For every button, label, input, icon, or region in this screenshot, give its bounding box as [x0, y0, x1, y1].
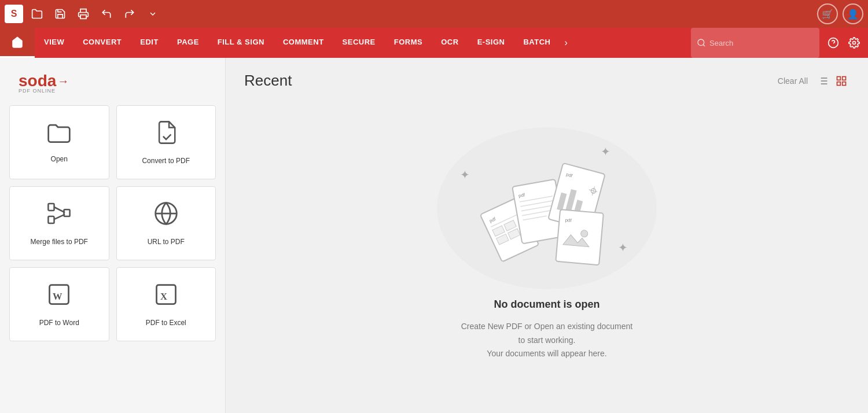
empty-blob: ✦ ✦ ✦ pdf — [437, 127, 657, 289]
nav-more-icon[interactable]: › — [560, 28, 572, 58]
convert-to-pdf-card[interactable]: Convert to PDF — [116, 105, 216, 179]
merge-files-label: Merge files to PDF — [31, 238, 88, 246]
print-icon[interactable] — [74, 5, 93, 23]
view-toggle — [815, 73, 849, 89]
sparkle-icon-1: ✦ — [601, 145, 610, 158]
empty-state-title: No document is open — [494, 298, 599, 311]
save-icon[interactable] — [51, 5, 69, 23]
toolbar-right: 🛒 👤 — [817, 3, 863, 24]
help-icon[interactable] — [824, 34, 843, 52]
home-nav-item[interactable] — [0, 28, 35, 58]
logo-arrow-icon: → — [57, 75, 69, 88]
svg-rect-47 — [556, 209, 604, 265]
open-label: Open — [51, 155, 68, 163]
sparkle-icon-2: ✦ — [460, 168, 470, 182]
search-icon — [697, 38, 706, 47]
svg-rect-21 — [837, 76, 841, 80]
sidebar-grid: Open Convert to PDF — [9, 105, 216, 341]
empty-state: ✦ ✦ ✦ pdf — [244, 104, 849, 385]
svg-point-1 — [698, 39, 704, 46]
cart-icon[interactable]: 🛒 — [817, 3, 838, 24]
url-to-pdf-card[interactable]: URL to PDF — [116, 186, 216, 260]
merge-files-card[interactable]: Merge files to PDF — [9, 186, 109, 260]
nav-item-esign[interactable]: E-SIGN — [468, 28, 514, 58]
home-icon — [11, 36, 24, 49]
user-icon[interactable]: 👤 — [843, 3, 863, 24]
open-file-icon[interactable] — [28, 5, 46, 23]
url-to-pdf-label: URL to PDF — [148, 238, 185, 246]
svg-text:W: W — [53, 291, 62, 302]
undo-icon[interactable] — [97, 5, 116, 23]
nav-item-batch[interactable]: BATCH — [514, 28, 560, 58]
nav-item-comment[interactable]: COMMENT — [274, 28, 333, 58]
open-card[interactable]: Open — [9, 105, 109, 179]
clear-all-button[interactable]: Clear All — [778, 76, 808, 86]
main-content: soda → PDF ONLINE Open — [0, 58, 868, 413]
svg-rect-0 — [80, 15, 86, 19]
svg-point-5 — [853, 42, 856, 45]
globe-icon — [153, 201, 179, 231]
redo-icon[interactable] — [120, 5, 139, 23]
nav-bar: VIEW CONVERT EDIT PAGE FILL & SIGN COMME… — [0, 28, 868, 58]
svg-rect-23 — [843, 82, 846, 85]
svg-rect-22 — [843, 76, 846, 80]
nav-item-view[interactable]: VIEW — [35, 28, 73, 58]
svg-text:X: X — [160, 291, 167, 302]
pdf-to-word-label: PDF to Word — [39, 319, 79, 327]
recent-actions: Clear All — [778, 73, 849, 89]
search-input[interactable] — [709, 39, 814, 47]
sparkle-icon-3: ✦ — [618, 241, 628, 255]
svg-point-49 — [580, 230, 588, 237]
nav-right-icons — [819, 28, 868, 58]
svg-line-2 — [703, 45, 705, 46]
empty-state-desc: Create New PDF or Open an existing docum… — [461, 320, 632, 361]
grid-view-button[interactable] — [833, 73, 849, 89]
nav-item-fill-sign[interactable]: FILL & SIGN — [208, 28, 274, 58]
folder-icon — [46, 121, 72, 148]
nav-item-ocr[interactable]: OCR — [432, 28, 468, 58]
app-logo[interactable]: S — [5, 5, 23, 23]
excel-icon: X — [153, 282, 179, 312]
logo-sub-text: PDF ONLINE — [19, 88, 69, 94]
list-view-button[interactable] — [815, 73, 831, 89]
pdf-to-word-card[interactable]: W PDF to Word — [9, 267, 109, 341]
convert-icon — [155, 120, 178, 150]
svg-line-7 — [54, 215, 65, 219]
sidebar: soda → PDF ONLINE Open — [0, 58, 226, 413]
pdf-to-excel-card[interactable]: X PDF to Excel — [116, 267, 216, 341]
nav-items: VIEW CONVERT EDIT PAGE FILL & SIGN COMME… — [35, 28, 686, 58]
nav-item-forms[interactable]: FORMS — [385, 28, 432, 58]
pdf-to-excel-label: PDF to Excel — [146, 319, 186, 327]
nav-search — [691, 28, 819, 58]
logo: soda → PDF ONLINE — [19, 72, 69, 94]
nav-item-convert[interactable]: CONVERT — [73, 28, 131, 58]
dropdown-icon[interactable] — [144, 5, 162, 23]
recent-title: Recent — [244, 72, 292, 90]
settings-icon[interactable] — [845, 34, 863, 52]
top-toolbar: S 🛒 👤 — [0, 0, 868, 28]
logo-area: soda → PDF ONLINE — [9, 67, 216, 98]
nav-item-page[interactable]: PAGE — [168, 28, 208, 58]
nav-item-secure[interactable]: SECURE — [333, 28, 385, 58]
svg-rect-24 — [837, 82, 841, 85]
word-icon: W — [46, 282, 72, 312]
svg-line-6 — [54, 207, 65, 212]
merge-icon — [46, 201, 72, 231]
recent-header: Recent Clear All — [244, 72, 849, 90]
empty-docs-illustration: pdf pdf — [477, 148, 616, 269]
convert-to-pdf-label: Convert to PDF — [142, 157, 190, 165]
svg-text:pdf: pdf — [565, 217, 572, 223]
nav-item-edit[interactable]: EDIT — [131, 28, 168, 58]
recent-area: Recent Clear All ✦ ✦ ✦ — [226, 58, 868, 413]
